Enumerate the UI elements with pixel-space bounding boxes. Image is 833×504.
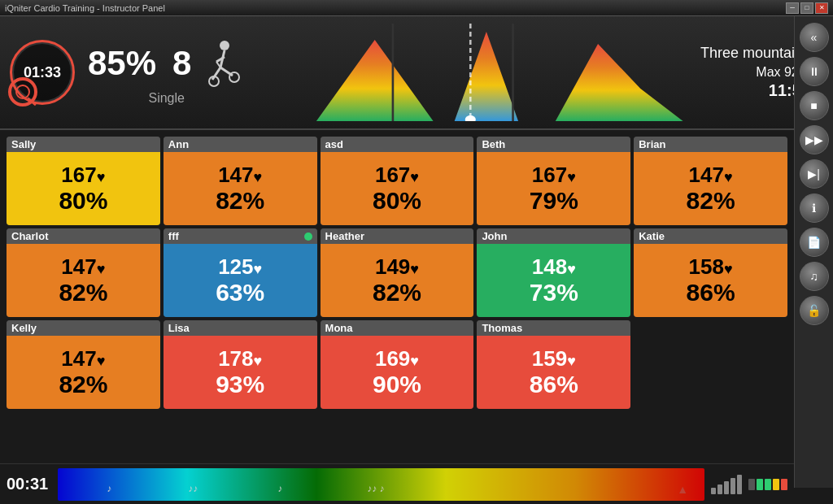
heart-rate-value: 147♥ bbox=[61, 347, 105, 371]
participant-card-empty[interactable] bbox=[634, 320, 787, 409]
signal-bar-1 bbox=[711, 488, 716, 494]
heart-icon: ♥ bbox=[567, 169, 576, 185]
participant-card-Lisa[interactable]: Lisa178♥93% bbox=[164, 320, 317, 409]
document-button[interactable]: 📄 bbox=[800, 228, 829, 257]
heart-rate-value: 169♥ bbox=[375, 347, 419, 371]
titlebar: iQniter Cardio Training - Instructor Pan… bbox=[0, 0, 833, 16]
participant-card-Heather[interactable]: Heather149♥82% bbox=[321, 228, 474, 317]
card-body-Beth: 167♥79% bbox=[477, 152, 630, 225]
chart-duration: 11:59 bbox=[696, 81, 810, 100]
participant-card-Kelly[interactable]: Kelly147♥82% bbox=[7, 320, 160, 409]
minimize-button[interactable]: ─ bbox=[786, 2, 799, 14]
music-note-2: ♪♪ bbox=[188, 483, 198, 494]
signal-bar-5 bbox=[737, 475, 742, 494]
heart-rate-value: 158♥ bbox=[689, 255, 733, 279]
participant-card-Mona[interactable]: Mona169♥90% bbox=[321, 320, 474, 409]
participant-card-Beth[interactable]: Beth167♥79% bbox=[477, 137, 630, 225]
card-body-Brian: 147♥82% bbox=[634, 152, 787, 225]
heart-rate-value: 147♥ bbox=[689, 163, 733, 187]
participant-card-Thomas[interactable]: Thomas159♥86% bbox=[477, 320, 630, 409]
participant-card-Katie[interactable]: Katie158♥86% bbox=[634, 228, 787, 317]
alert-icon: ▲ bbox=[677, 483, 688, 496]
card-body-asd: 167♥80% bbox=[321, 152, 474, 225]
card-body-Katie: 158♥86% bbox=[634, 244, 787, 317]
svg-point-1 bbox=[16, 85, 29, 98]
signal-bar-4 bbox=[731, 478, 735, 494]
percent-value: 63% bbox=[216, 279, 264, 306]
chart-title: Three mountains bbox=[696, 45, 810, 62]
grid-row-0: Sally167♥80%Ann147♥82%asd167♥80%Beth167♥… bbox=[7, 137, 787, 225]
participant-card-John[interactable]: John148♥73% bbox=[477, 228, 630, 317]
percent-value: 90% bbox=[373, 371, 421, 398]
card-header-Brian: Brian bbox=[634, 137, 787, 152]
battery-cell-2 bbox=[757, 479, 763, 490]
battery-cell-4 bbox=[773, 479, 779, 490]
heart-icon: ♥ bbox=[724, 261, 733, 277]
percent-value: 82% bbox=[216, 187, 264, 214]
mountain-chart-area bbox=[258, 24, 683, 121]
card-body-Kelly: 147♥82% bbox=[7, 336, 160, 409]
music-note-3: ♪ bbox=[277, 483, 282, 494]
close-button[interactable]: ✕ bbox=[815, 2, 828, 14]
participant-name: John bbox=[482, 230, 507, 242]
fast-forward-button[interactable]: ▶▶ bbox=[800, 125, 829, 154]
card-header-Heather: Heather bbox=[321, 228, 474, 244]
battery-cell-1 bbox=[748, 479, 755, 490]
card-header-Ann: Ann bbox=[164, 137, 317, 152]
card-header-Sally: Sally bbox=[7, 137, 160, 152]
participant-card-Charlot[interactable]: Charlot147♥82% bbox=[7, 228, 160, 317]
side-panel: « ⏸ ■ ▶▶ ▶| ℹ 📄 ♫ 🔓 bbox=[794, 16, 833, 488]
lock-button[interactable]: 🔓 bbox=[800, 296, 829, 325]
percent-value: 93% bbox=[216, 371, 264, 398]
participant-card-fff[interactable]: fff125♥63% bbox=[164, 228, 317, 317]
participant-name: Brian bbox=[639, 138, 665, 150]
percent-value: 82% bbox=[687, 187, 735, 214]
svg-marker-13 bbox=[503, 44, 683, 121]
chart-max-percent: Max 92% bbox=[696, 65, 810, 80]
card-body-Charlot: 147♥82% bbox=[7, 244, 160, 317]
participant-card-asd[interactable]: asd167♥80% bbox=[321, 137, 474, 225]
percent-value: 79% bbox=[530, 187, 578, 214]
header-stats: 85% 8 bbox=[88, 39, 245, 88]
header: 01:33 85% 8 Single bbox=[0, 16, 833, 130]
grid-row-2: Kelly147♥82%Lisa178♥93%Mona169♥90%Thomas… bbox=[7, 320, 787, 409]
music-note-1: ♪ bbox=[107, 483, 111, 494]
participant-card-Sally[interactable]: Sally167♥80% bbox=[7, 137, 160, 225]
card-body-Thomas: 159♥86% bbox=[477, 336, 630, 409]
percent-value: 82% bbox=[59, 279, 107, 306]
participant-name: Charlot bbox=[11, 230, 49, 242]
heart-icon: ♥ bbox=[97, 353, 106, 369]
footer: 00:31 ♪ ♪♪ ♪ ♪♪ ♪ ▲ bbox=[0, 463, 794, 504]
stop-button[interactable]: ■ bbox=[800, 91, 829, 120]
participant-name: fff bbox=[168, 230, 179, 242]
heart-rate-value: 167♥ bbox=[375, 163, 419, 187]
footer-timer: 00:31 bbox=[7, 475, 48, 493]
maximize-button[interactable]: □ bbox=[800, 2, 813, 14]
participant-card-Brian[interactable]: Brian147♥82% bbox=[634, 137, 787, 225]
card-body-Mona: 169♥90% bbox=[321, 336, 474, 409]
heart-rate-value: 125♥ bbox=[218, 255, 262, 279]
card-body-fff: 125♥63% bbox=[164, 244, 317, 317]
rewind-button[interactable]: « bbox=[800, 23, 829, 52]
info-button[interactable]: ℹ bbox=[800, 193, 829, 223]
mountain-chart-svg bbox=[258, 24, 683, 121]
card-header-Katie: Katie bbox=[634, 228, 787, 244]
pause-button[interactable]: ⏸ bbox=[800, 57, 829, 86]
percent-value: 86% bbox=[687, 279, 735, 306]
heart-rate-value: 148♥ bbox=[532, 255, 576, 279]
participant-name: Thomas bbox=[482, 322, 522, 334]
card-body-Sally: 167♥80% bbox=[7, 152, 160, 225]
card-body-Heather: 149♥82% bbox=[321, 244, 474, 317]
participant-name: Kelly bbox=[11, 322, 37, 334]
card-header-Thomas: Thomas bbox=[477, 320, 630, 336]
next-track-button[interactable]: ▶| bbox=[800, 159, 829, 189]
participant-card-Ann[interactable]: Ann147♥82% bbox=[164, 137, 317, 225]
window-controls: ─ □ ✕ bbox=[786, 2, 828, 14]
music-button[interactable]: ♫ bbox=[800, 262, 829, 291]
heart-rate-value: 147♥ bbox=[61, 255, 105, 279]
heart-icon: ♥ bbox=[254, 261, 263, 277]
card-header-fff: fff bbox=[164, 228, 317, 244]
participant-name: Heather bbox=[325, 230, 364, 242]
percent-value: 80% bbox=[59, 187, 107, 214]
heart-rate-value: 147♥ bbox=[218, 163, 262, 187]
